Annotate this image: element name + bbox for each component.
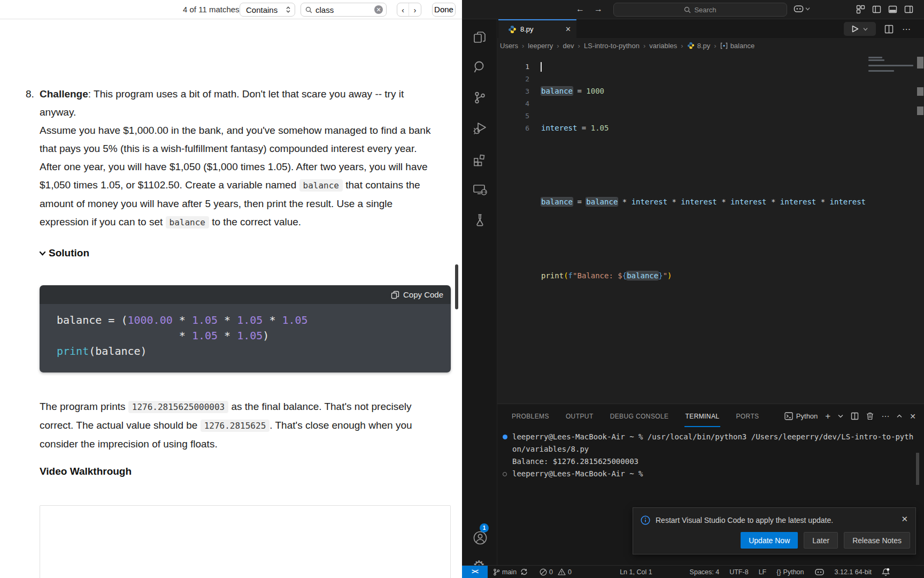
notifications-bell[interactable] <box>882 568 890 576</box>
more-actions-icon[interactable]: ⋯ <box>881 412 889 421</box>
copy-code-button[interactable]: Copy Code <box>403 290 443 299</box>
code-line-1: balance = 1000 <box>541 85 899 97</box>
remote-indicator[interactable]: >< <box>462 566 488 578</box>
status-bar: >< main 0 0 Ln 1, Col 1 Spaces: 4 UTF-8 … <box>462 565 924 578</box>
breadcrumbs: Users leeperry dev LS-intro-to-python va… <box>497 38 924 53</box>
release-notes-button[interactable]: Release Notes <box>844 532 910 549</box>
document-scrollbar[interactable] <box>455 264 458 309</box>
breadcrumb-project[interactable]: LS-intro-to-python <box>584 42 640 50</box>
git-branch-item[interactable]: main <box>493 568 528 576</box>
editor-tab-bar: 8.py ✕ ⋯ <box>497 19 924 38</box>
go-forward-icon[interactable]: → <box>594 4 603 14</box>
close-notification-icon[interactable]: ✕ <box>901 514 908 524</box>
run-python-file-button[interactable] <box>844 22 876 36</box>
terminal-output[interactable]: leeperry@Lees-MacBook-Air ~ % /usr/local… <box>497 431 920 480</box>
command-center-search[interactable]: Search <box>613 3 787 17</box>
maximize-panel-icon[interactable] <box>897 414 902 418</box>
layout-controls <box>856 5 913 14</box>
tab-ports[interactable]: PORTS <box>736 413 759 420</box>
accounts-icon[interactable] <box>473 530 488 545</box>
info-icon <box>641 515 650 525</box>
python-interpreter-item[interactable]: 3.12.1 64-bit <box>835 568 872 576</box>
tab-problems[interactable]: PROBLEMS <box>512 413 549 420</box>
code-editor[interactable]: 1 2 3 4 5 6 balance = 1000 interest = 1.… <box>497 53 924 404</box>
code-block: Copy Code balance = (1000.00 * 1.05 * 1.… <box>40 285 451 372</box>
breadcrumb-variables[interactable]: variables <box>649 42 677 50</box>
search-view-icon[interactable] <box>473 60 487 74</box>
split-terminal-icon[interactable] <box>851 412 859 420</box>
later-button[interactable]: Later <box>804 532 838 549</box>
line-number: 2 <box>497 73 529 85</box>
previous-match-button[interactable]: ‹ <box>397 3 409 16</box>
error-icon <box>540 568 547 576</box>
explorer-icon[interactable] <box>473 30 487 44</box>
done-button[interactable]: Done <box>432 3 456 17</box>
problems-item[interactable]: 0 0 <box>540 568 572 576</box>
cursor-position-item[interactable]: Ln 1, Col 1 <box>620 568 652 576</box>
play-icon <box>852 25 859 33</box>
new-terminal-icon[interactable]: + <box>825 411 830 422</box>
terminal-icon <box>784 412 793 420</box>
split-editor-icon[interactable] <box>884 25 894 34</box>
update-now-button[interactable]: Update Now <box>741 532 798 549</box>
line-number: 6 <box>497 122 529 134</box>
tab-close-icon[interactable]: ✕ <box>565 25 571 33</box>
clear-search-button[interactable]: ✕ <box>374 5 383 14</box>
remote-explorer-icon[interactable] <box>473 182 488 197</box>
filter-dropdown-value: Contains <box>246 5 278 14</box>
tab-terminal[interactable]: TERMINAL <box>686 413 720 420</box>
kill-terminal-trash-icon[interactable] <box>866 412 874 420</box>
copilot-status-icon[interactable] <box>814 568 825 576</box>
toggle-panel-icon[interactable] <box>888 5 897 14</box>
testing-icon[interactable] <box>473 213 487 227</box>
vscode-titlebar: ← → Search <box>462 0 924 19</box>
toggle-primary-sidebar-icon[interactable] <box>872 5 881 14</box>
customize-layout-icon[interactable] <box>856 5 865 14</box>
tab-label: 8.py <box>520 25 534 33</box>
tab-debug-console[interactable]: DEBUG CONSOLE <box>610 413 669 420</box>
toggle-secondary-sidebar-icon[interactable] <box>904 5 913 14</box>
minimap[interactable] <box>867 53 915 404</box>
language-label: Python <box>783 568 804 576</box>
terminal-scrollbar[interactable] <box>916 453 919 485</box>
breadcrumb-users[interactable]: Users <box>500 42 518 50</box>
code-line: balance = (1000.00 * 1.05 * 1.05 * 1.05 <box>57 313 451 328</box>
symbol-variable-icon <box>720 42 728 49</box>
copilot-menu[interactable] <box>794 4 810 13</box>
challenge-text: Challenge: This program uses a bit of ma… <box>40 85 438 121</box>
code-block-header: Copy Code <box>40 285 451 304</box>
tab-output[interactable]: OUTPUT <box>566 413 594 420</box>
find-input[interactable]: class ✕ <box>301 3 387 17</box>
encoding-item[interactable]: UTF-8 <box>729 568 748 576</box>
extensions-icon[interactable] <box>473 152 487 166</box>
solution-disclosure[interactable]: Solution <box>38 247 89 259</box>
find-input-value: class <box>315 5 374 14</box>
breadcrumb-file[interactable]: 8.py <box>697 42 711 50</box>
tab-8py[interactable]: 8.py ✕ <box>498 19 576 38</box>
video-placeholder[interactable] <box>40 505 451 578</box>
more-actions-icon[interactable]: ⋯ <box>902 24 911 34</box>
chevron-down-icon[interactable] <box>863 27 868 31</box>
run-debug-icon[interactable] <box>473 121 487 135</box>
filter-dropdown[interactable]: Contains <box>240 3 295 17</box>
next-match-button[interactable]: › <box>409 3 421 16</box>
panel-tabs: PROBLEMS OUTPUT DEBUG CONSOLE TERMINAL P… <box>512 404 759 428</box>
line-number: 1 <box>497 60 529 73</box>
source-control-icon[interactable] <box>473 90 487 105</box>
breadcrumb-symbol[interactable]: balance <box>730 42 755 50</box>
breadcrumb-dev[interactable]: dev <box>563 42 574 50</box>
python-file-icon <box>508 25 517 34</box>
eol-item[interactable]: LF <box>759 568 767 576</box>
panel-actions: Python + ⋯ ✕ <box>784 404 916 428</box>
language-mode-item[interactable]: {} Python <box>776 568 804 576</box>
chevron-down-icon[interactable] <box>838 414 843 418</box>
go-back-icon[interactable]: ← <box>576 4 584 14</box>
close-panel-icon[interactable]: ✕ <box>910 412 916 421</box>
breadcrumb-leeperry[interactable]: leeperry <box>528 42 553 50</box>
breadcrumb-separator <box>518 42 528 50</box>
terminal-session-item[interactable]: Python <box>784 412 818 420</box>
indentation-item[interactable]: Spaces: 4 <box>690 568 720 576</box>
terminal-text: leeperry@Lees-MacBook-Air ~ % <box>512 468 643 480</box>
vscode-window: ← → Search <box>462 0 924 578</box>
line-number: 3 <box>497 85 529 97</box>
